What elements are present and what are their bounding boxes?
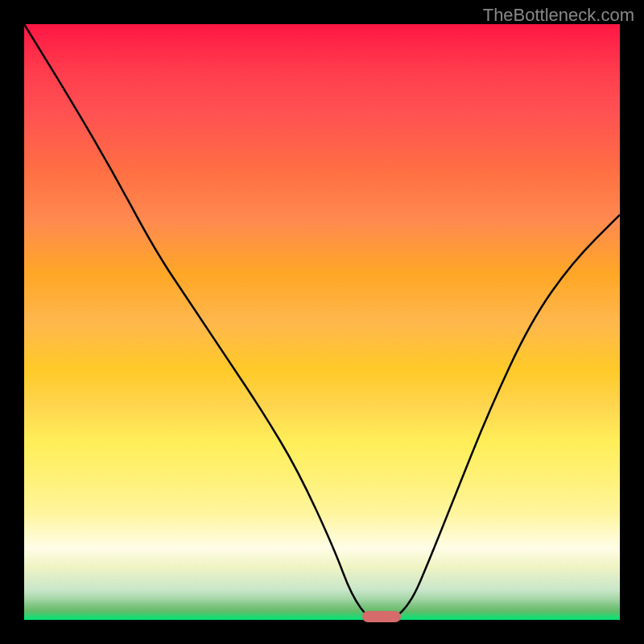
chart-plot-area bbox=[24, 24, 620, 620]
optimal-point-marker bbox=[362, 611, 401, 622]
bottleneck-curve-path bbox=[24, 24, 620, 620]
bottleneck-curve-svg bbox=[24, 24, 620, 620]
watermark-text: TheBottleneck.com bbox=[483, 5, 634, 26]
